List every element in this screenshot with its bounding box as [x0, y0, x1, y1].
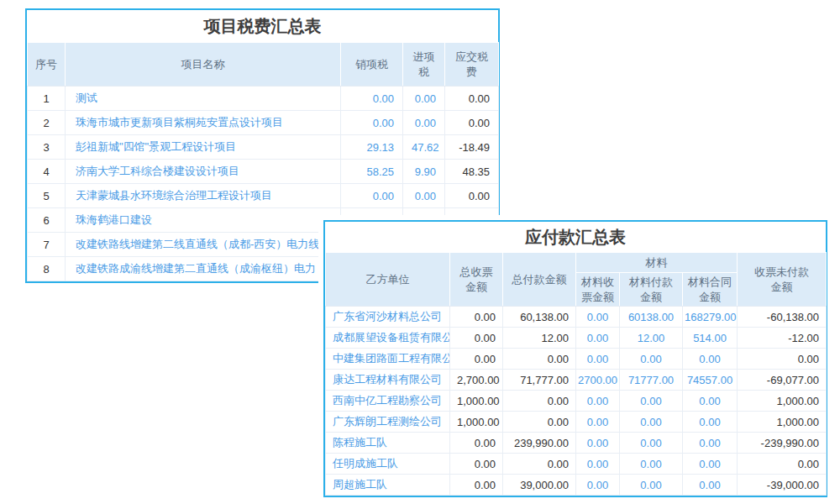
table-row: 任明成施工队0.000.000.000.000.000.00 [326, 454, 827, 475]
material-contract-value[interactable]: 0.00 [683, 433, 738, 454]
material-invoice-value[interactable]: 0.00 [576, 454, 620, 475]
material-payment-value[interactable]: 0.00 [620, 412, 683, 433]
project-name-link[interactable]: 珠海市城市更新项目紫桐苑安置点设计项目 [66, 111, 341, 135]
material-payment-value[interactable]: 0.00 [620, 475, 683, 496]
payables-table-header: 乙方单位 总收票 金额 总付款金额 材料 收票未付款 金额 材料收 票金额 材料… [326, 253, 827, 307]
project-name-link[interactable]: 济南大学工科综合楼建设设计项目 [66, 160, 341, 184]
table-row: 广东省河沙材料总公司0.0060,138.000.0060138.0016827… [326, 307, 827, 328]
output-tax-value[interactable]: 29.13 [341, 135, 403, 160]
company-name-link[interactable]: 中建集团路面工程有限公司 [326, 349, 450, 370]
invoiced-unpaid-value: -39,000.00 [738, 475, 827, 496]
material-contract-value[interactable]: 168279.00 [683, 307, 738, 328]
input-tax-value[interactable]: 0.00 [403, 184, 445, 208]
material-contract-value[interactable]: 0.00 [683, 454, 738, 475]
invoiced-unpaid-value: -239,990.00 [738, 433, 827, 454]
input-tax-value[interactable]: 9.90 [403, 160, 445, 184]
payables-summary-table: 乙方单位 总收票 金额 总付款金额 材料 收票未付款 金额 材料收 票金额 材料… [325, 252, 827, 496]
input-tax-value[interactable]: 0.00 [403, 87, 445, 111]
seq-cell: 1 [28, 87, 66, 111]
col-header-seq: 序号 [28, 43, 66, 87]
material-contract-value[interactable]: 514.00 [683, 328, 738, 349]
col-header-company: 乙方单位 [326, 253, 450, 307]
output-tax-value[interactable]: 0.00 [341, 87, 403, 111]
table-row: 5天津蒙城县水环境综合治理工程设计项目0.000.000.00 [28, 184, 499, 208]
invoiced-unpaid-value: 1,000.00 [738, 412, 827, 433]
company-name-link[interactable]: 康达工程材料有限公司 [326, 370, 450, 391]
material-payment-value[interactable]: 60138.00 [620, 307, 683, 328]
project-name-link[interactable]: 彭祖新城"四馆"景观工程设计项目 [66, 135, 341, 160]
material-invoice-value[interactable]: 0.00 [576, 412, 620, 433]
col-header-material-payment: 材料付款 金额 [620, 273, 683, 307]
payables-table-title: 应付款汇总表 [325, 222, 826, 252]
company-name-link[interactable]: 广东省河沙材料总公司 [326, 307, 450, 328]
material-contract-value[interactable]: 0.00 [683, 475, 738, 496]
input-tax-value[interactable]: 0.00 [403, 111, 445, 135]
material-contract-value[interactable]: 74557.00 [683, 370, 738, 391]
input-tax-value[interactable]: 47.62 [403, 135, 445, 160]
material-invoice-value[interactable]: 0.00 [576, 307, 620, 328]
material-payment-value[interactable]: 0.00 [620, 349, 683, 370]
seq-cell: 8 [28, 257, 66, 281]
material-invoice-value[interactable]: 2700.00 [576, 370, 620, 391]
material-payment-value[interactable]: 0.00 [620, 433, 683, 454]
seq-cell: 7 [28, 233, 66, 257]
material-invoice-value[interactable]: 0.00 [576, 433, 620, 454]
tax-payable-value: 0.00 [445, 111, 499, 135]
company-name-link[interactable]: 成都展望设备租赁有限公司 [326, 328, 450, 349]
tax-payable-value: 0.00 [445, 184, 499, 208]
output-tax-value[interactable]: 0.00 [341, 111, 403, 135]
col-header-project-name: 项目名称 [66, 43, 341, 87]
table-row: 康达工程材料有限公司2,700.0071,777.002700.0071777.… [326, 370, 827, 391]
total-payment-value: 12.00 [503, 328, 576, 349]
material-payment-value[interactable]: 0.00 [620, 391, 683, 412]
total-invoice-value: 2,700.00 [450, 370, 503, 391]
company-name-link[interactable]: 广东辉朗工程测绘公司 [326, 412, 450, 433]
company-name-link[interactable]: 周超施工队 [326, 475, 450, 496]
tax-table-title: 项目税费汇总表 [27, 10, 498, 42]
total-payment-value: 60,138.00 [503, 307, 576, 328]
total-payment-value: 39,000.00 [503, 475, 576, 496]
table-row: 成都展望设备租赁有限公司0.0012.000.0012.00514.00-12.… [326, 328, 827, 349]
project-name-link[interactable]: 测试 [66, 87, 341, 111]
total-payment-value: 239,990.00 [503, 433, 576, 454]
company-name-link[interactable]: 西南中亿工程勘察公司 [326, 391, 450, 412]
col-header-invoiced-unpaid: 收票未付款 金额 [738, 253, 827, 307]
total-invoice-value: 0.00 [450, 475, 503, 496]
output-tax-value[interactable]: 58.25 [341, 160, 403, 184]
project-name-link[interactable]: 天津蒙城县水环境综合治理工程设计项目 [66, 184, 341, 208]
invoiced-unpaid-value: 0.00 [738, 349, 827, 370]
table-row: 3彭祖新城"四馆"景观工程设计项目29.1347.62-18.49 [28, 135, 499, 160]
output-tax-value[interactable]: 0.00 [341, 184, 403, 208]
invoiced-unpaid-value: -60,138.00 [738, 307, 827, 328]
material-invoice-value[interactable]: 0.00 [576, 391, 620, 412]
company-name-link[interactable]: 任明成施工队 [326, 454, 450, 475]
total-payment-value: 0.00 [503, 454, 576, 475]
project-name-link[interactable]: 改建铁路成渝线增建第二直通线（成渝枢纽）电力 [66, 257, 341, 281]
tax-payable-value: 48.35 [445, 160, 499, 184]
material-payment-value[interactable]: 71777.00 [620, 370, 683, 391]
table-row: 4济南大学工科综合楼建设设计项目58.259.9048.35 [28, 160, 499, 184]
material-payment-value[interactable]: 0.00 [620, 454, 683, 475]
col-header-material-invoice: 材料收 票金额 [576, 273, 620, 307]
project-name-link[interactable]: 改建铁路线增建第二线直通线（成都-西安）电力线 [66, 233, 341, 257]
col-header-total-invoice: 总收票 金额 [450, 253, 503, 307]
total-invoice-value: 0.00 [450, 307, 503, 328]
material-payment-value[interactable]: 12.00 [620, 328, 683, 349]
company-name-link[interactable]: 陈程施工队 [326, 433, 450, 454]
project-name-link[interactable]: 珠海鹤港口建设 [66, 208, 341, 233]
total-invoice-value: 0.00 [450, 328, 503, 349]
col-header-output-tax: 销项税 [341, 43, 403, 87]
material-contract-value[interactable]: 0.00 [683, 349, 738, 370]
table-row: 2珠海市城市更新项目紫桐苑安置点设计项目0.000.000.00 [28, 111, 499, 135]
payables-table-body: 广东省河沙材料总公司0.0060,138.000.0060138.0016827… [326, 307, 827, 496]
material-contract-value[interactable]: 0.00 [683, 391, 738, 412]
seq-cell: 2 [28, 111, 66, 135]
material-invoice-value[interactable]: 0.00 [576, 328, 620, 349]
total-invoice-value: 1,000.00 [450, 391, 503, 412]
total-invoice-value: 0.00 [450, 454, 503, 475]
table-row: 广东辉朗工程测绘公司1,000.000.000.000.000.001,000.… [326, 412, 827, 433]
col-header-tax-payable: 应交税 费 [445, 43, 499, 87]
material-invoice-value[interactable]: 0.00 [576, 475, 620, 496]
material-invoice-value[interactable]: 0.00 [576, 349, 620, 370]
material-contract-value[interactable]: 0.00 [683, 412, 738, 433]
